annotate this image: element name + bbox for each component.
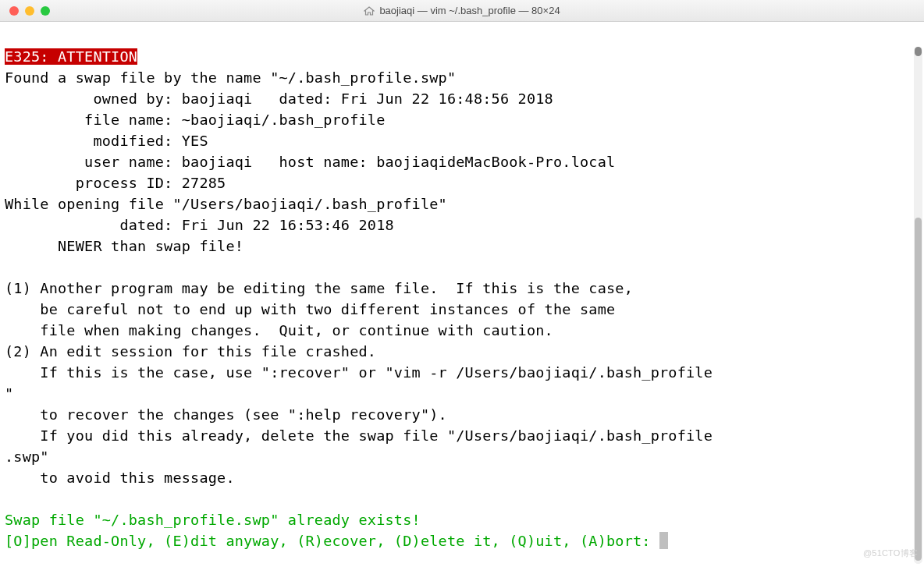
file-dated-line: dated: Fri Jun 22 16:53:46 2018 xyxy=(5,217,394,233)
window-title: baojiaqi — vim ~/.bash_profile — 80×24 xyxy=(8,5,916,16)
vim-options-prompt[interactable]: [O]pen Read-Only, (E)dit anyway, (R)ecov… xyxy=(5,533,659,549)
hint-2d-wrap: .swp" xyxy=(5,448,49,465)
terminal-cursor xyxy=(659,532,668,549)
window-title-text: baojiaqi — vim ~/.bash_profile — 80×24 xyxy=(379,5,560,16)
hint-1c: file when making changes. Quit, or conti… xyxy=(5,322,553,338)
close-button[interactable] xyxy=(9,6,19,16)
hint-2c: to recover the changes (see ":help recov… xyxy=(5,406,447,423)
file-name-line: file name: ~baojiaqi/.bash_profile xyxy=(5,112,386,128)
modified-line: modified: YES xyxy=(5,133,208,149)
scrollbar-thumb[interactable] xyxy=(915,218,922,561)
scrollbar-thumb-top[interactable] xyxy=(915,47,922,56)
hint-2b-wrap: " xyxy=(5,385,13,402)
swap-found-line: Found a swap file by the name "~/.bash_p… xyxy=(5,69,456,86)
window-titlebar: baojiaqi — vim ~/.bash_profile — 80×24 xyxy=(0,0,924,22)
watermark: @51CTO博客 xyxy=(863,543,918,564)
terminal-content[interactable]: E325: ATTENTION Found a swap file by the… xyxy=(0,22,924,567)
process-id-line: process ID: 27285 xyxy=(5,175,226,191)
maximize-button[interactable] xyxy=(41,6,50,16)
hint-2d: If you did this already, delete the swap… xyxy=(5,427,713,444)
scrollbar-track[interactable] xyxy=(914,47,922,564)
hint-2e: to avoid this message. xyxy=(5,470,235,486)
swap-exists-prompt: Swap file "~/.bash_profile.swp" already … xyxy=(5,512,421,528)
minimize-button[interactable] xyxy=(25,6,34,16)
hint-2b: If this is the case, use ":recover" or "… xyxy=(5,364,713,381)
home-icon xyxy=(364,6,375,16)
newer-line: NEWER than swap file! xyxy=(5,238,243,254)
hint-1b: be careful not to end up with two differ… xyxy=(5,301,615,317)
traffic-lights xyxy=(9,6,50,16)
hint-2a: (2) An edit session for this file crashe… xyxy=(5,343,376,360)
user-host-line: user name: baojiaqi host name: baojiaqid… xyxy=(5,154,615,170)
hint-1a: (1) Another program may be editing the s… xyxy=(5,280,633,296)
owned-by-line: owned by: baojiaqi dated: Fri Jun 22 16:… xyxy=(5,90,553,107)
vim-error-header: E325: ATTENTION xyxy=(5,48,137,65)
opening-file-line: While opening file "/Users/baojiaqi/.bas… xyxy=(5,196,447,212)
